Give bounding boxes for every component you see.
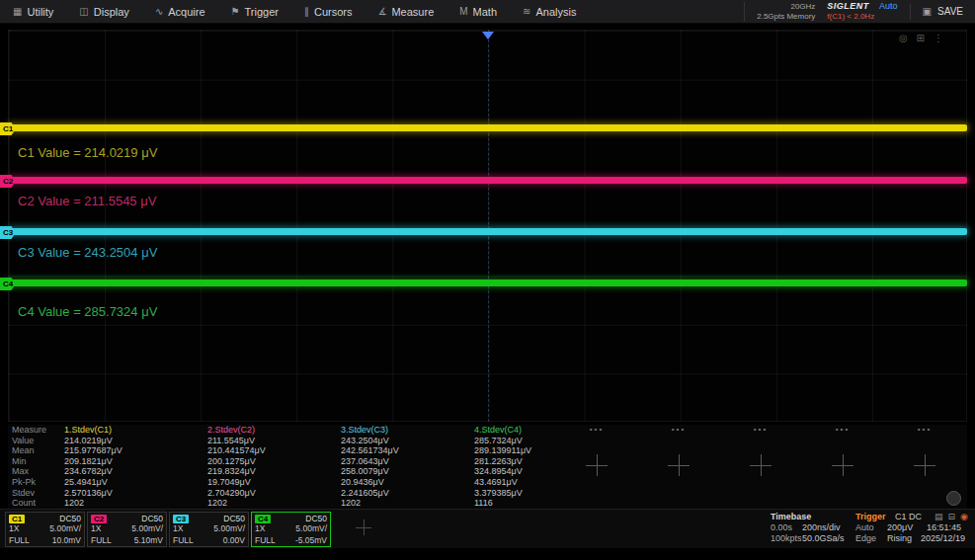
menu-item-cursors[interactable]: ∥ Cursors [291, 0, 366, 23]
measurement-value: 2.570136μV [64, 488, 122, 499]
measurement-header: 4.Stdev(C4) [474, 425, 531, 436]
measurement-value: 211.5545μV [207, 436, 266, 446]
add-measurement-icon[interactable] [668, 454, 690, 476]
frequency-counter: f(C1) < 2.0Hz [827, 12, 897, 22]
row-label: Mean [12, 445, 63, 456]
slot-ellipsis: ••• [639, 425, 718, 436]
menu-item-measure[interactable]: ∡ Measure [365, 0, 447, 23]
menu-item-display[interactable]: ◫ Display [66, 0, 142, 23]
menu-item-trigger[interactable]: ⚑ Trigger [218, 0, 291, 23]
add-measurement-icon[interactable] [750, 454, 772, 476]
menu-item-label: Analysis [535, 6, 576, 18]
channel-scale: 5.00mV/ [295, 523, 327, 535]
trace-c1[interactable] [8, 124, 967, 131]
trigger-title[interactable]: Trigger [855, 512, 886, 521]
add-measurement-icon[interactable] [586, 454, 608, 476]
trigger-type: Edge [855, 533, 876, 543]
measurement-value: 3.379385μV [474, 488, 531, 499]
acquire-icon: ∿ [155, 6, 163, 17]
measurement-value: 210.441574μV [207, 445, 266, 456]
brand-block: SIGLENT Auto f(C1) < 2.0Hz [827, 1, 897, 22]
analysis-icon: ≋ [523, 6, 530, 17]
empty-measurement-slot[interactable]: ••• [803, 425, 882, 509]
clock-time: 16:51:45 [927, 522, 961, 532]
empty-measurement-slot[interactable]: ••• [721, 425, 800, 509]
trace-c3[interactable] [8, 228, 967, 235]
measurement-value: 2.704290μV [207, 488, 266, 499]
waveform-display[interactable]: ◎ ⊞ ⋮ C1 Value = 214.0219 μV C2 Value = … [8, 30, 967, 422]
measurement-header: 1.Stdev(C1) [64, 425, 122, 436]
measurement-value: 285.7324μV [474, 436, 531, 446]
trace-c1-value-label: C1 Value = 214.0219 μV [18, 145, 157, 160]
add-measurement-icon[interactable] [832, 454, 853, 476]
measurement-value: 219.8324μV [207, 466, 266, 477]
cursors-icon: ∥ [304, 6, 309, 17]
trigger-state-badge: Auto [879, 1, 898, 11]
measurement-column-c1[interactable]: 1.Stdev(C1) 214.0219μV 215.977687μV 209.… [64, 425, 122, 509]
menu-item-utility[interactable]: ▦ Utility [0, 0, 66, 23]
channel-coupling: DC50 [223, 514, 245, 523]
math-icon: M [459, 6, 467, 17]
menu-item-math[interactable]: M Math [447, 0, 510, 23]
channel-badge: C4 [255, 515, 271, 523]
trigger-source: C1 DC [895, 512, 922, 521]
measurement-column-c4[interactable]: 4.Stdev(C4) 285.7324μV 289.139911μV 281.… [474, 425, 531, 509]
channel-badge: C1 [9, 515, 25, 523]
timebase-delay: 0.00s [771, 522, 792, 532]
panel-collapse-button[interactable] [946, 491, 961, 506]
menu-item-acquire[interactable]: ∿ Acquire [142, 0, 218, 23]
touch-icon[interactable]: ◉ [960, 512, 968, 521]
measurement-value: 242.561734μV [341, 445, 399, 456]
trigger-position-marker[interactable] [482, 32, 494, 40]
system-info: 20GHz 2.5Gpts Memory [744, 2, 815, 22]
measurement-value: 1202 [64, 498, 122, 509]
add-channel-icon[interactable] [356, 520, 371, 535]
channel-probe: 1X [255, 523, 265, 535]
fullscreen-icon[interactable]: ⊞ [917, 33, 925, 43]
trace-c4[interactable] [8, 280, 967, 286]
channel-c4-box[interactable]: C4 DC50 1X 5.00mV/ FULL -5.05mV [251, 512, 331, 547]
row-label: Stdev [12, 488, 63, 499]
channel-offset: 10.0mV [52, 535, 81, 547]
measurement-value: 19.7049μV [207, 477, 266, 488]
empty-measurement-slot[interactable]: ••• [639, 425, 718, 509]
slot-ellipsis: ••• [803, 425, 882, 436]
utility-icon: ▦ [13, 6, 22, 17]
trigger-position-line [488, 30, 489, 422]
more-icon[interactable]: ⋮ [934, 33, 943, 43]
menu-item-label: Trigger [245, 6, 279, 18]
empty-measurement-slot[interactable]: ••• [557, 425, 636, 509]
row-label: Min [12, 456, 63, 467]
measurement-value: 1116 [474, 498, 531, 509]
measurement-value: 209.1821μV [64, 456, 122, 467]
channel-c3-box[interactable]: C3 DC50 1X 5.00mV/ FULL 0.00V [169, 512, 249, 547]
measurement-header: 2.Stdev(C2) [207, 425, 266, 436]
measurement-value: 25.4941μV [64, 477, 122, 488]
save-button[interactable]: ▣ SAVE [910, 4, 963, 20]
trace-c2[interactable] [8, 177, 967, 184]
camera-icon[interactable]: ◎ [899, 33, 908, 43]
measurement-value: 200.1275μV [207, 456, 266, 467]
channel-c2-box[interactable]: C2 DC50 1X 5.00mV/ FULL 5.10mV [87, 512, 167, 547]
trace-c2-value-label: C2 Value = 211.5545 μV [18, 194, 156, 208]
channel-probe: 1X [173, 523, 183, 535]
menu-item-analysis[interactable]: ≋ Analysis [510, 0, 589, 23]
menu-item-label: Cursors [314, 6, 353, 18]
channel-c1-box[interactable]: C1 DC50 1X 5.00mV/ FULL 10.0mV [5, 512, 85, 547]
usb-icon[interactable]: ⊟ [948, 512, 956, 521]
row-label: Measure [12, 425, 63, 436]
grid-icon[interactable]: ▤ [934, 512, 943, 521]
trigger-slope: Rising [887, 533, 912, 543]
measurement-column-c2[interactable]: 2.Stdev(C2) 211.5545μV 210.441574μV 200.… [207, 425, 266, 509]
measurement-value: 43.4691μV [474, 477, 531, 488]
channel-scale: 5.00mV/ [131, 523, 163, 535]
save-icon: ▣ [923, 6, 932, 17]
timebase-title[interactable]: Timebase [771, 512, 811, 521]
measurement-value: 215.977687μV [64, 445, 122, 456]
measurement-value: 289.139911μV [474, 445, 531, 456]
status-icon-group: ▤ ⊟ ◉ [934, 512, 968, 521]
add-measurement-icon[interactable] [914, 454, 935, 476]
channel-bandwidth: FULL [9, 535, 30, 547]
slot-ellipsis: ••• [721, 425, 800, 436]
measurement-column-c3[interactable]: 3.Stdev(C3) 243.2504μV 242.561734μV 237.… [341, 425, 399, 509]
